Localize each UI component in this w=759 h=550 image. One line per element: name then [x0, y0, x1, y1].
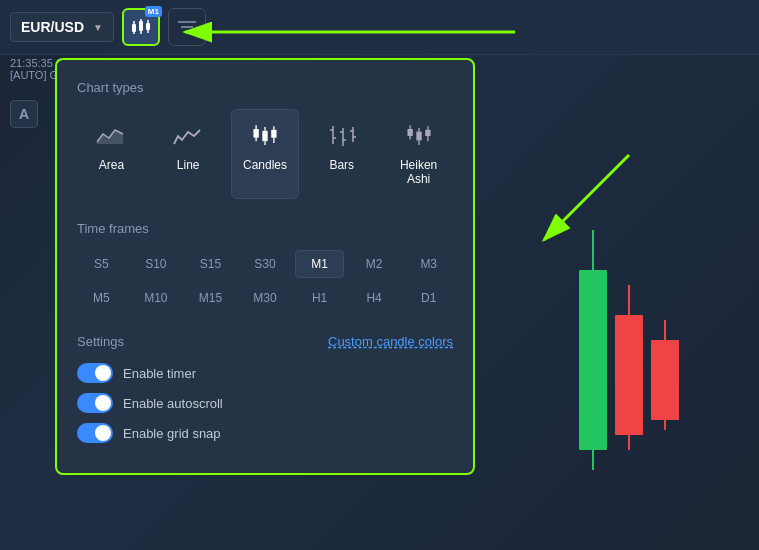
sidebar-a-button[interactable]: A — [10, 100, 38, 128]
tf-s15[interactable]: S15 — [186, 250, 235, 278]
toggle-gridsnap-row: Enable grid snap — [77, 423, 453, 443]
arrow-diagonal — [529, 145, 649, 265]
bars-label: Bars — [329, 158, 354, 172]
tf-s5[interactable]: S5 — [77, 250, 126, 278]
tf-m30[interactable]: M30 — [241, 284, 290, 312]
tf-m15[interactable]: M15 — [186, 284, 235, 312]
timeframes-title: Time frames — [77, 221, 453, 236]
svg-line-15 — [544, 155, 629, 240]
chart-type-bars[interactable]: Bars — [307, 109, 376, 199]
chart-type-area[interactable]: Area — [77, 109, 146, 199]
svg-rect-0 — [132, 24, 136, 32]
symbol-selector[interactable]: EUR/USD ▼ — [10, 12, 114, 42]
line-icon — [172, 122, 204, 150]
tf-m3[interactable]: M3 — [404, 250, 453, 278]
chart-type-heikin-ashi[interactable]: HeikenAshi — [384, 109, 453, 199]
dropdown-arrow-icon: ▼ — [93, 22, 103, 33]
svg-marker-16 — [97, 130, 123, 144]
enable-timer-label: Enable timer — [123, 366, 196, 381]
tf-h1[interactable]: H1 — [295, 284, 344, 312]
area-icon — [95, 122, 127, 150]
svg-rect-6 — [146, 23, 150, 30]
timeframes-grid: S5 S10 S15 S30 M1 M2 M3 M5 M10 M15 M30 H… — [77, 250, 453, 312]
svg-rect-24 — [271, 130, 276, 138]
area-label: Area — [99, 158, 124, 172]
m1-badge: M1 — [145, 6, 162, 17]
settings-header: Settings Custom candle colors — [77, 334, 453, 349]
heikin-ashi-icon — [403, 122, 435, 150]
enable-autoscroll-label: Enable autoscroll — [123, 396, 223, 411]
tf-m5[interactable]: M5 — [77, 284, 126, 312]
svg-rect-42 — [425, 130, 430, 136]
tf-d1[interactable]: D1 — [404, 284, 453, 312]
svg-rect-3 — [139, 21, 143, 31]
symbol-label: EUR/USD — [21, 19, 84, 35]
arrow-horizontal — [175, 17, 525, 47]
custom-candle-colors-link[interactable]: Custom candle colors — [328, 334, 453, 349]
tf-m1[interactable]: M1 — [295, 250, 344, 278]
svg-rect-36 — [407, 129, 412, 136]
heikin-ashi-label: HeikenAshi — [400, 158, 437, 186]
svg-rect-39 — [416, 132, 421, 141]
svg-rect-18 — [253, 129, 258, 138]
tf-s30[interactable]: S30 — [241, 250, 290, 278]
tf-h4[interactable]: H4 — [350, 284, 399, 312]
enable-autoscroll-toggle[interactable] — [77, 393, 113, 413]
chart-types-grid: Area Line — [77, 109, 453, 199]
chart-types-title: Chart types — [77, 80, 453, 95]
svg-rect-21 — [262, 131, 267, 142]
chart-type-button[interactable]: M1 — [122, 8, 160, 46]
enable-grid-snap-toggle[interactable] — [77, 423, 113, 443]
chart-type-candles[interactable]: Candles — [231, 109, 300, 199]
tf-s10[interactable]: S10 — [132, 250, 181, 278]
line-label: Line — [177, 158, 200, 172]
chart-type-line[interactable]: Line — [154, 109, 223, 199]
chart-settings-panel: Chart types Area Line — [55, 58, 475, 475]
bars-icon — [326, 122, 358, 150]
toggle-timer-row: Enable timer — [77, 363, 453, 383]
settings-title: Settings — [77, 334, 124, 349]
tf-m10[interactable]: M10 — [132, 284, 181, 312]
tf-m2[interactable]: M2 — [350, 250, 399, 278]
candles-label: Candles — [243, 158, 287, 172]
toggle-autoscroll-row: Enable autoscroll — [77, 393, 453, 413]
enable-grid-snap-label: Enable grid snap — [123, 426, 221, 441]
enable-timer-toggle[interactable] — [77, 363, 113, 383]
candles-icon — [249, 122, 281, 150]
